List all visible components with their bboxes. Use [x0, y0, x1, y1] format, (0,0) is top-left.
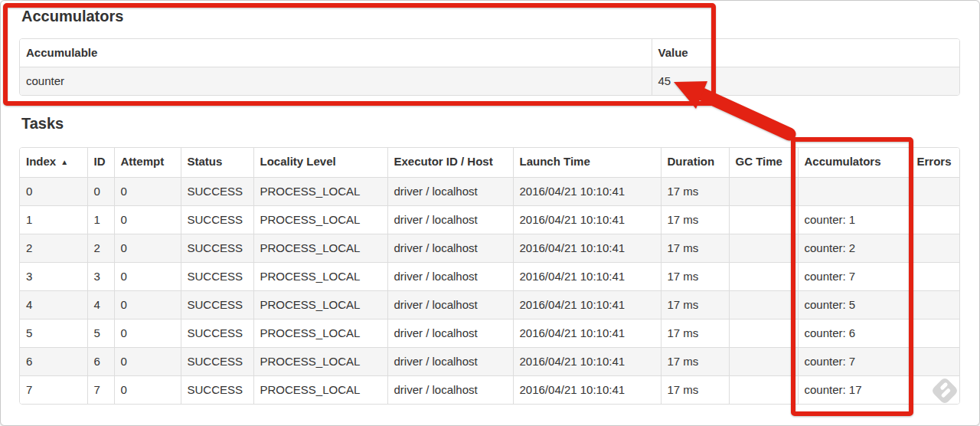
task-cell-executor-id-host: driver / localhost — [387, 348, 513, 376]
task-cell-id: 5 — [87, 320, 114, 348]
task-cell-locality-level: PROCESS_LOCAL — [253, 206, 387, 234]
tasks-heading: Tasks — [21, 114, 64, 133]
task-cell-duration: 17 ms — [661, 206, 729, 234]
task-cell-executor-id-host: driver / localhost — [387, 234, 513, 263]
task-cell-attempt: 0 — [114, 263, 181, 291]
task-cell-id: 0 — [87, 178, 114, 206]
task-cell-gc-time — [729, 206, 798, 234]
duration-column-header[interactable]: Duration — [661, 148, 729, 178]
accumulators-column-header[interactable]: Accumulators — [798, 148, 910, 178]
task-cell-duration: 17 ms — [661, 291, 729, 320]
task-cell-index: 7 — [20, 376, 87, 405]
gc-time-column-header[interactable]: GC Time — [729, 148, 798, 178]
task-cell-accumulators: counter: 7 — [798, 263, 910, 291]
task-cell-attempt: 0 — [114, 206, 181, 234]
task-cell-duration: 17 ms — [661, 376, 729, 405]
task-cell-index: 0 — [20, 178, 87, 206]
task-cell-duration: 17 ms — [661, 178, 729, 206]
spark-ui-page: Accumulators Accumulable Value counter 4… — [0, 0, 980, 426]
launch-time-column-header[interactable]: Launch Time — [513, 148, 661, 178]
task-cell-errors — [910, 348, 960, 376]
task-cell-launch-time: 2016/04/21 10:10:41 — [513, 348, 661, 376]
task-cell-locality-level: PROCESS_LOCAL — [253, 291, 387, 320]
task-row: 330SUCCESSPROCESS_LOCALdriver / localhos… — [20, 263, 960, 291]
task-cell-gc-time — [729, 263, 798, 291]
accumulable-column-header: Accumulable — [20, 39, 652, 67]
accumulators-header-row: Accumulable Value — [20, 39, 960, 67]
task-row: 770SUCCESSPROCESS_LOCALdriver / localhos… — [20, 376, 960, 405]
task-cell-index: 3 — [20, 263, 87, 291]
errors-column-header[interactable]: Errors — [910, 148, 960, 178]
task-cell-executor-id-host: driver / localhost — [387, 206, 513, 234]
executor-id-host-column-header[interactable]: Executor ID / Host — [387, 148, 513, 178]
task-row: 110SUCCESSPROCESS_LOCALdriver / localhos… — [20, 206, 960, 234]
accumulable-value-cell: 45 — [652, 67, 960, 96]
task-cell-duration: 17 ms — [661, 234, 729, 263]
task-cell-attempt: 0 — [114, 320, 181, 348]
task-cell-accumulators: counter: 1 — [798, 206, 910, 234]
task-cell-launch-time: 2016/04/21 10:10:41 — [513, 376, 661, 405]
sort-ascending-icon: ▲ — [60, 158, 68, 166]
accumulator-row: counter 45 — [20, 67, 960, 96]
task-cell-status: SUCCESS — [181, 263, 253, 291]
task-cell-locality-level: PROCESS_LOCAL — [253, 320, 387, 348]
task-cell-gc-time — [729, 178, 798, 206]
index-column-header[interactable]: Index▲ — [20, 148, 87, 178]
task-cell-accumulators — [798, 178, 910, 206]
task-cell-locality-level: PROCESS_LOCAL — [253, 234, 387, 263]
task-cell-accumulators: counter: 5 — [798, 291, 910, 320]
status-column-header[interactable]: Status — [181, 148, 253, 178]
task-cell-duration: 17 ms — [661, 263, 729, 291]
task-cell-status: SUCCESS — [181, 291, 253, 320]
task-cell-duration: 17 ms — [661, 348, 729, 376]
task-cell-attempt: 0 — [114, 291, 181, 320]
task-cell-gc-time — [729, 376, 798, 405]
task-cell-gc-time — [729, 320, 798, 348]
task-cell-accumulators: counter: 2 — [798, 234, 910, 263]
accumulators-table: Accumulable Value counter 45 — [19, 38, 960, 96]
id-column-header[interactable]: ID — [87, 148, 114, 178]
task-cell-status: SUCCESS — [181, 376, 253, 405]
task-cell-index: 2 — [20, 234, 87, 263]
task-cell-locality-level: PROCESS_LOCAL — [253, 348, 387, 376]
annotation-arrow-shaft — [702, 94, 789, 134]
locality-level-column-header[interactable]: Locality Level — [253, 148, 387, 178]
task-cell-gc-time — [729, 234, 798, 263]
accumulable-name-cell: counter — [20, 67, 652, 96]
task-row: 220SUCCESSPROCESS_LOCALdriver / localhos… — [20, 234, 960, 263]
task-cell-status: SUCCESS — [181, 234, 253, 263]
task-cell-id: 3 — [87, 263, 114, 291]
task-cell-index: 6 — [20, 348, 87, 376]
task-cell-accumulators: counter: 6 — [798, 320, 910, 348]
task-row: 000SUCCESSPROCESS_LOCALdriver / localhos… — [20, 178, 960, 206]
task-cell-index: 5 — [20, 320, 87, 348]
task-cell-errors — [910, 376, 960, 405]
task-cell-launch-time: 2016/04/21 10:10:41 — [513, 320, 661, 348]
task-cell-locality-level: PROCESS_LOCAL — [253, 178, 387, 206]
task-cell-launch-time: 2016/04/21 10:10:41 — [513, 178, 661, 206]
task-row: 440SUCCESSPROCESS_LOCALdriver / localhos… — [20, 291, 960, 320]
task-cell-locality-level: PROCESS_LOCAL — [253, 263, 387, 291]
task-cell-launch-time: 2016/04/21 10:10:41 — [513, 234, 661, 263]
task-cell-errors — [910, 178, 960, 206]
tasks-header-row: Index▲ ID Attempt Status Locality Level … — [20, 148, 960, 178]
attempt-column-header[interactable]: Attempt — [114, 148, 181, 178]
task-row: 660SUCCESSPROCESS_LOCALdriver / localhos… — [20, 348, 960, 376]
task-cell-launch-time: 2016/04/21 10:10:41 — [513, 263, 661, 291]
task-cell-executor-id-host: driver / localhost — [387, 178, 513, 206]
task-cell-attempt: 0 — [114, 234, 181, 263]
task-cell-id: 6 — [87, 348, 114, 376]
task-cell-executor-id-host: driver / localhost — [387, 263, 513, 291]
task-row: 550SUCCESSPROCESS_LOCALdriver / localhos… — [20, 320, 960, 348]
task-cell-id: 4 — [87, 291, 114, 320]
task-cell-accumulators: counter: 7 — [798, 348, 910, 376]
task-cell-duration: 17 ms — [661, 320, 729, 348]
task-cell-accumulators: counter: 17 — [798, 376, 910, 405]
task-cell-executor-id-host: driver / localhost — [387, 320, 513, 348]
task-cell-gc-time — [729, 291, 798, 320]
task-cell-executor-id-host: driver / localhost — [387, 291, 513, 320]
task-cell-status: SUCCESS — [181, 206, 253, 234]
tasks-table: Index▲ ID Attempt Status Locality Level … — [19, 147, 960, 405]
task-cell-executor-id-host: driver / localhost — [387, 376, 513, 405]
task-cell-index: 1 — [20, 206, 87, 234]
